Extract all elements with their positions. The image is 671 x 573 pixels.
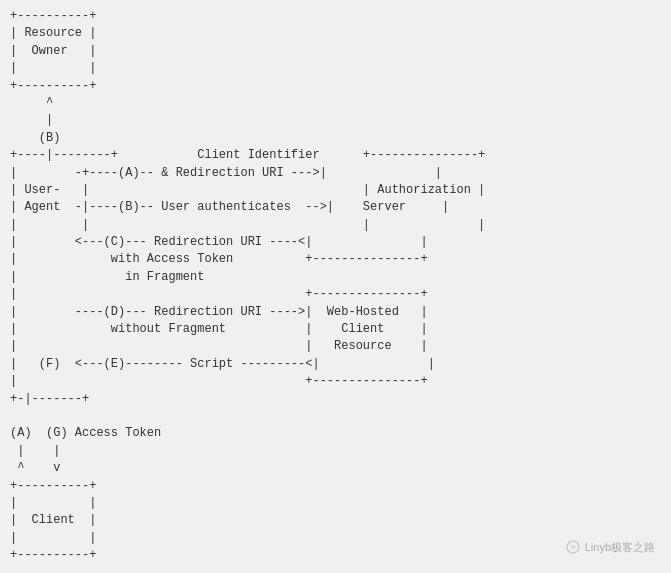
oauth-diagram: +----------+ | Resource | | Owner | | | … [10, 8, 485, 565]
watermark: Linyb极客之路 [565, 539, 655, 555]
watermark-icon [565, 539, 581, 555]
watermark-text: Linyb极客之路 [585, 540, 655, 555]
main-container: +----------+ | Resource | | Owner | | | … [0, 0, 671, 573]
